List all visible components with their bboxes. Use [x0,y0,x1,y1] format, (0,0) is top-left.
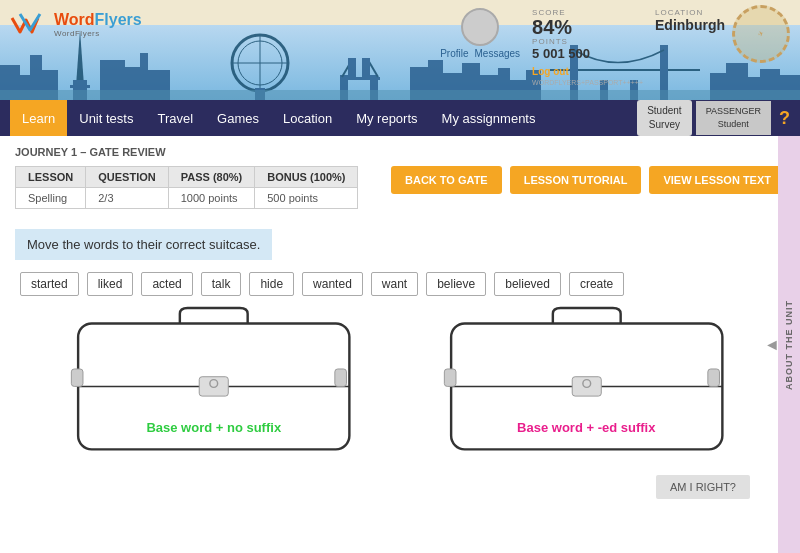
nav-games[interactable]: Games [205,100,271,136]
col-bonus: BONUS (100%) [255,167,358,188]
suitcase-right-svg [413,306,761,461]
word-believe[interactable]: believe [426,272,486,296]
sidebar-arrow-icon[interactable]: ◄ [764,336,780,354]
header: WordFlyers WordFlyers Profile Messages S… [0,0,800,100]
word-talk[interactable]: talk [201,272,242,296]
journey-title: JOURNEY 1 – GATE REVIEW [15,146,785,158]
nav-travel[interactable]: Travel [145,100,205,136]
logo-flyers: Flyers [95,11,142,28]
profile-link[interactable]: Profile [440,48,468,59]
suitcase-left-label: Base word + no suffix [146,420,281,435]
word-wanted[interactable]: wanted [302,272,363,296]
help-icon[interactable]: ? [779,108,790,129]
messages-link[interactable]: Messages [475,48,521,59]
score-value: 84% [532,17,643,37]
nav-reports[interactable]: My reports [344,100,429,136]
col-question: QUESTION [86,167,168,188]
word-acted[interactable]: acted [141,272,192,296]
main-content: JOURNEY 1 – GATE REVIEW LESSON QUESTION … [0,136,800,553]
cell-bonus: 500 points [255,188,358,209]
cell-question: 2/3 [86,188,168,209]
logo-subtitle: WordFlyers [54,29,142,38]
word-create[interactable]: create [569,272,624,296]
svg-rect-7 [70,85,90,88]
suitcase-right: Base word + -ed suffix [413,306,761,465]
suitcase-left-svg [40,306,388,461]
am-i-right-button[interactable]: AM I RIGHT? [656,475,750,499]
action-buttons: BACK TO GATE LESSON TUTORIAL VIEW LESSON… [391,166,785,194]
am-i-right-container: AM I RIGHT? [15,475,785,499]
lesson-table: LESSON QUESTION PASS (80%) BONUS (100%) … [15,166,358,209]
nav-location[interactable]: Location [271,100,344,136]
cell-pass: 1000 points [168,188,255,209]
passport-text: WORDFLYERS+PASSPORT+++++ [532,79,643,86]
col-lesson: LESSON [16,167,86,188]
word-believed[interactable]: believed [494,272,561,296]
col-pass: PASS (80%) [168,167,255,188]
logo-icon [10,10,50,38]
view-lesson-text-button[interactable]: VIEW LESSON TEXT [649,166,785,194]
svg-rect-42 [0,90,800,100]
svg-rect-23 [362,58,370,78]
word-hide[interactable]: hide [249,272,294,296]
student-survey-button[interactable]: StudentSurvey [637,100,691,136]
lesson-tutorial-button[interactable]: LESSON TUTORIAL [510,166,642,194]
logo-word: Word [54,11,95,28]
svg-rect-19 [342,77,380,80]
user-info: Profile Messages SCORE 84% POINTS 5 001 … [440,8,725,86]
cell-lesson: Spelling [16,188,86,209]
suitcase-left: Base word + no suffix [40,306,388,465]
location-value: Edinburgh [655,17,725,33]
passport-stamp: ✈ [732,5,790,63]
instruction-box: Move the words to their correct suitcase… [15,229,272,260]
passenger-info: PASSENGERStudent [696,101,771,134]
main-nav: Learn Unit tests Travel Games Location M… [0,100,800,136]
about-unit-label: ABOUT THE UNIT [784,300,794,390]
location-label: LOCATION [655,8,725,17]
nav-assignments[interactable]: My assignments [430,100,548,136]
svg-rect-46 [335,369,347,386]
suitcase-right-label: Base word + -ed suffix [517,420,655,435]
svg-rect-51 [444,369,456,386]
words-area: started liked acted talk hide wanted wan… [15,272,785,296]
table-row: Spelling 2/3 1000 points 500 points [16,188,358,209]
word-want[interactable]: want [371,272,418,296]
right-sidebar: ◄ ABOUT THE UNIT [778,136,800,553]
svg-rect-52 [707,369,719,386]
logo: WordFlyers WordFlyers [10,10,142,38]
svg-rect-22 [348,58,356,78]
word-liked[interactable]: liked [87,272,134,296]
avatar [461,8,499,46]
suitcases-area: Base word + no suffix Base word + -ed su… [15,306,785,475]
points-value: 5 001 500 [532,46,643,61]
logout-button[interactable]: Log out [532,66,569,77]
word-started[interactable]: started [20,272,79,296]
svg-rect-45 [71,369,83,386]
back-to-gate-button[interactable]: BACK TO GATE [391,166,502,194]
nav-learn[interactable]: Learn [10,100,67,136]
points-label: POINTS [532,37,643,46]
nav-unit-tests[interactable]: Unit tests [67,100,145,136]
